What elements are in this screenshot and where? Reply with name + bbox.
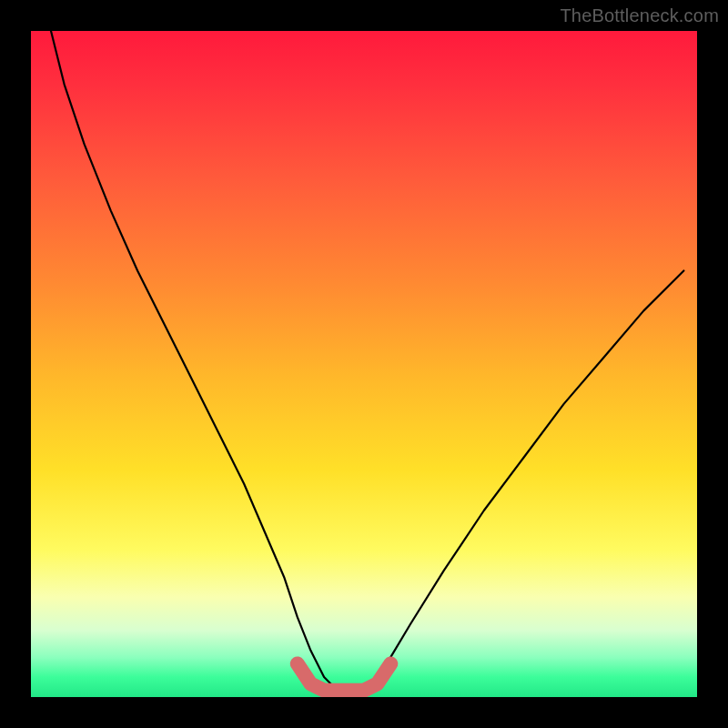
watermark-text: TheBottleneck.com — [560, 5, 719, 26]
plot-area — [31, 31, 697, 697]
optimal-range-highlight — [31, 31, 697, 697]
chart-frame: TheBottleneck.com — [0, 0, 728, 728]
